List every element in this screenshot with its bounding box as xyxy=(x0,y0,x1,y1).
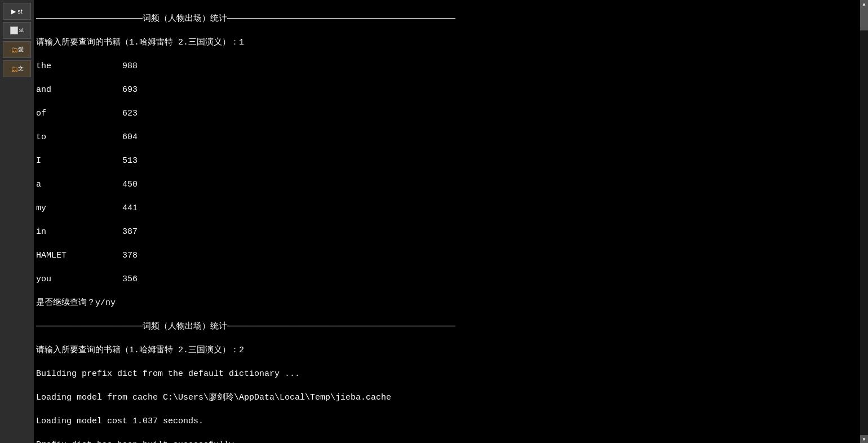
data-row-9: you 356 xyxy=(36,273,866,285)
taskbar-item-0[interactable]: ▶ st xyxy=(3,3,31,20)
data-row-4: I 513 xyxy=(36,155,866,167)
terminal-content[interactable]: ─────────────────────词频（人物出场）统计─────────… xyxy=(34,0,868,443)
data-row-1: and 693 xyxy=(36,84,866,96)
scrollbar: ▲ ▼ xyxy=(860,0,868,443)
data-row-7: in 387 xyxy=(36,226,866,238)
taskbar-item-3[interactable]: 🗂 文 xyxy=(3,60,31,77)
data-row-5: a 450 xyxy=(36,179,866,191)
scrollbar-down[interactable]: ▼ xyxy=(860,435,868,443)
prompt-continue-1: 是否继续查询？y/ny xyxy=(36,297,866,309)
data-row-2: of 623 xyxy=(36,108,866,119)
data-row-6: my 441 xyxy=(36,202,866,214)
building-line-0: Building prefix dict from the default di… xyxy=(36,368,866,380)
taskbar-item-2[interactable]: 🗂 愛 xyxy=(3,41,31,58)
separator-2: ─────────────────────词频（人物出场）统计─────────… xyxy=(36,321,866,333)
scrollbar-thumb[interactable] xyxy=(860,8,868,30)
desktop: ▶ st st 🗂 愛 🗂 文 ─────────────────────词频（… xyxy=(0,0,868,443)
prompt-1: 请输入所要查询的书籍（1.哈姆雷特 2.三国演义）：1 xyxy=(36,37,866,48)
building-line-3: Prefix dict has been built successfully. xyxy=(36,439,866,443)
prompt-2: 请输入所要查询的书籍（1.哈姆雷特 2.三国演义）：2 xyxy=(36,344,866,356)
building-line-1: Loading model from cache C:\Users\廖剑玲\Ap… xyxy=(36,392,866,404)
scrollbar-track xyxy=(860,8,868,435)
data-row-8: HAMLET 378 xyxy=(36,250,866,262)
taskbar-left: ▶ st st 🗂 愛 🗂 文 xyxy=(0,0,34,443)
building-line-2: Loading model cost 1.037 seconds. xyxy=(36,415,866,427)
data-row-3: to 604 xyxy=(36,131,866,143)
data-row-0: the 988 xyxy=(36,60,866,72)
separator-1: ─────────────────────词频（人物出场）统计─────────… xyxy=(36,13,866,25)
scrollbar-up[interactable]: ▲ xyxy=(860,0,868,8)
taskbar-item-1[interactable]: st xyxy=(3,22,31,39)
terminal-window: ─────────────────────词频（人物出场）统计─────────… xyxy=(34,0,868,443)
